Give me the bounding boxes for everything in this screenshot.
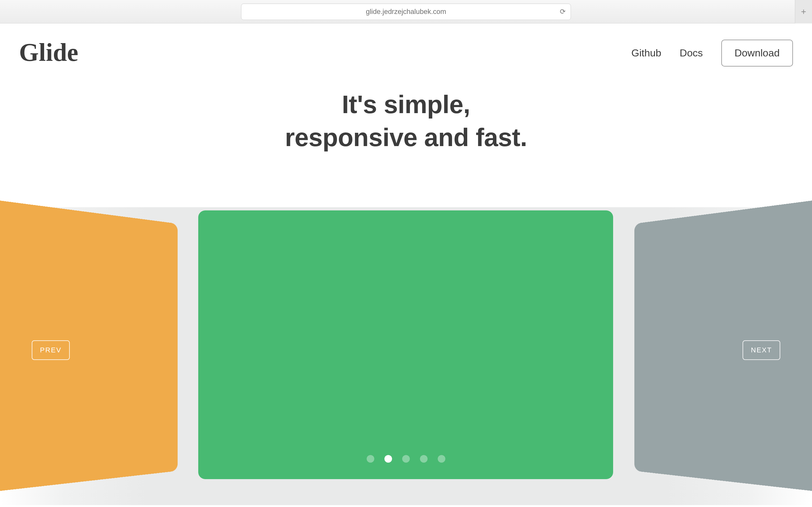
- dot-5[interactable]: [438, 455, 445, 463]
- download-button[interactable]: Download: [721, 40, 793, 66]
- address-bar[interactable]: glide.jedrzejchalubek.com ⟳: [241, 3, 571, 20]
- nav-docs[interactable]: Docs: [680, 47, 703, 59]
- main-nav: Github Docs Download: [631, 40, 793, 66]
- page-content: Glide Github Docs Download It's simple, …: [0, 23, 812, 507]
- slider-dots: [367, 455, 445, 463]
- dot-4[interactable]: [420, 455, 427, 463]
- tagline-line-1: It's simple,: [342, 90, 470, 118]
- tagline-line-2: responsive and fast.: [285, 123, 527, 152]
- dot-2[interactable]: [385, 455, 392, 463]
- prev-button[interactable]: PREV: [32, 340, 70, 360]
- browser-toolbar: glide.jedrzejchalubek.com ⟳ +: [0, 0, 812, 23]
- dot-1[interactable]: [367, 455, 374, 463]
- logo[interactable]: Glide: [19, 39, 89, 67]
- hero-tagline: It's simple, responsive and fast.: [0, 88, 812, 154]
- nav-github[interactable]: Github: [631, 47, 661, 59]
- reload-icon[interactable]: ⟳: [560, 8, 565, 16]
- url-text: glide.jedrzejchalubek.com: [366, 8, 446, 16]
- site-header: Glide Github Docs Download: [0, 23, 812, 67]
- slide-prev[interactable]: [0, 176, 177, 507]
- slide-next[interactable]: [635, 176, 812, 507]
- slide-active[interactable]: [198, 210, 613, 479]
- plus-icon: +: [801, 7, 806, 17]
- slider-stage: PREV NEXT: [0, 207, 812, 505]
- new-tab-button[interactable]: +: [795, 0, 812, 23]
- next-button[interactable]: NEXT: [743, 340, 780, 360]
- logo-text-svg: Glide: [19, 39, 78, 66]
- dot-3[interactable]: [402, 455, 410, 463]
